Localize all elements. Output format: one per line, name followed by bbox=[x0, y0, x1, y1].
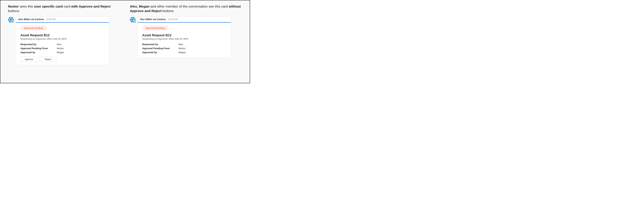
field-label: Approval Pending From bbox=[20, 46, 57, 50]
field-label: Approval Pending From bbox=[142, 46, 178, 50]
card-header: Alex Wilber via Contoso 10:00 AM bbox=[16, 17, 109, 22]
left-caption: Nestor sees this user specific card card… bbox=[8, 4, 120, 13]
field-row: Approval Pending From Nestor bbox=[142, 46, 226, 50]
field-value: Alex bbox=[178, 42, 183, 46]
right-card-row: Alex Wilber via Contoso 10:00 AM Approva… bbox=[130, 16, 242, 58]
card-body: Approval Pending Asset Request B12 Reque… bbox=[16, 23, 109, 65]
field-value: Megan bbox=[57, 50, 64, 54]
card-body: Approval Pending Asset Request B12 Reque… bbox=[138, 23, 231, 58]
right-caption: Alex, Megan and other member of the conv… bbox=[130, 4, 242, 13]
field-row: Requested by Alex bbox=[142, 42, 226, 46]
bot-avatar bbox=[8, 17, 14, 23]
bot-avatar bbox=[130, 17, 136, 23]
comparison-frame: Nestor sees this user specific card card… bbox=[0, 0, 250, 83]
request-title: Asset Request B12 bbox=[20, 33, 104, 37]
field-label: Approved by bbox=[142, 50, 178, 54]
sender-name: Alex Wilber via Contoso bbox=[18, 18, 44, 20]
right-column: Alex, Megan and other member of the conv… bbox=[130, 4, 242, 58]
sender-name: Alex Wilber via Contoso bbox=[140, 18, 166, 20]
field-label: Requested by bbox=[142, 42, 178, 46]
status-badge: Approval Pending bbox=[142, 25, 168, 30]
presence-available-icon bbox=[12, 21, 14, 23]
left-card-row: Alex Wilber via Contoso 10:00 AM Approva… bbox=[8, 16, 120, 65]
field-value: Nestor bbox=[57, 46, 64, 50]
field-value: Nestor bbox=[178, 46, 186, 50]
request-description: Requesting an ergonomic office chair for… bbox=[142, 38, 226, 40]
field-value: Megan bbox=[178, 50, 186, 54]
reject-button[interactable]: Reject bbox=[40, 57, 56, 62]
adaptive-card-with-actions: Alex Wilber via Contoso 10:00 AM Approva… bbox=[16, 16, 109, 65]
request-title: Asset Request B12 bbox=[142, 33, 226, 37]
request-description: Requesting an ergonomic office chair for… bbox=[20, 38, 104, 40]
presence-available-icon bbox=[134, 21, 136, 23]
field-row: Approved by Megan bbox=[20, 50, 104, 54]
message-timestamp: 10:00 AM bbox=[46, 18, 56, 20]
approve-button[interactable]: Approve bbox=[20, 57, 38, 62]
card-header: Alex Wilber via Contoso 10:00 AM bbox=[138, 17, 231, 22]
field-label: Approved by bbox=[20, 50, 57, 54]
left-column: Nestor sees this user specific card card… bbox=[8, 4, 120, 65]
field-row: Requested by Alex bbox=[20, 42, 104, 46]
field-row: Approval Pending From Nestor bbox=[20, 46, 104, 50]
message-timestamp: 10:00 AM bbox=[168, 18, 178, 20]
status-badge: Approval Pending bbox=[20, 25, 46, 30]
field-row: Approved by Megan bbox=[142, 50, 226, 54]
field-value: Alex bbox=[57, 42, 61, 46]
adaptive-card-no-actions: Alex Wilber via Contoso 10:00 AM Approva… bbox=[138, 16, 231, 58]
field-label: Requested by bbox=[20, 42, 57, 46]
action-button-row: Approve Reject bbox=[20, 57, 104, 62]
